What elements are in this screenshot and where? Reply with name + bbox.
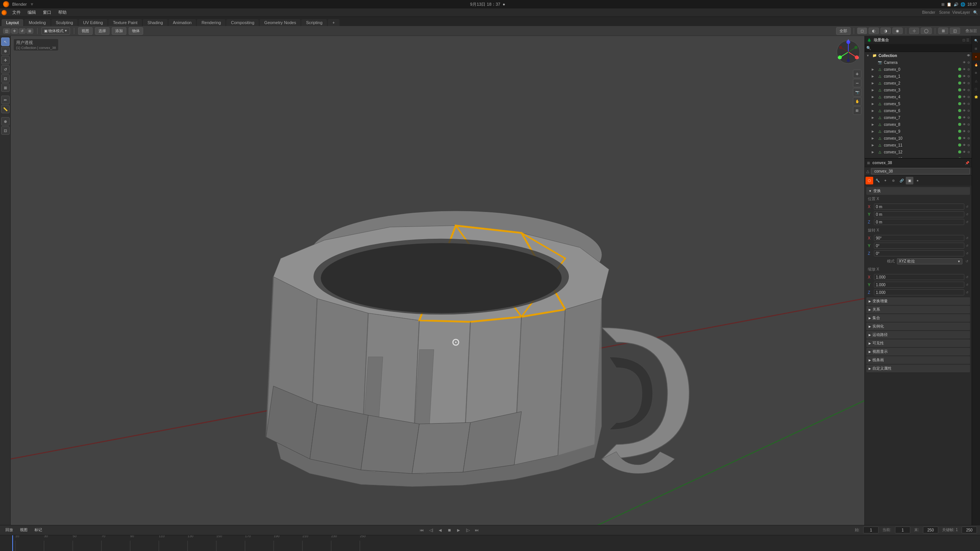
location-x-input[interactable]	[874, 204, 964, 210]
timeline-ruler[interactable]: 10 30 50 70 90 110 130 150 170 190 210 2…	[0, 535, 980, 551]
rotation-mode-dropdown[interactable]: XYZ 欧拉 ▼	[897, 258, 962, 264]
collection-prop-header[interactable]: ▶ 集合	[866, 314, 970, 322]
outliner-item-camera[interactable]: 📷 Camera 👁 ⊙	[865, 59, 972, 66]
stop-btn[interactable]: ⏹	[446, 527, 453, 533]
wire-shading-btn[interactable]: ◻	[857, 28, 867, 34]
play-btn[interactable]: ▶	[455, 527, 462, 533]
timeline-playback-btn[interactable]: 回放	[3, 527, 15, 533]
mode-dropdown[interactable]: ▣ 物体模式 ▼	[41, 27, 70, 35]
hand-btn[interactable]: ✋	[853, 97, 861, 106]
scale-y-input[interactable]	[874, 282, 964, 288]
timeline-markers-btn[interactable]: 标记	[32, 527, 44, 533]
cursor-btn[interactable]: ⊕	[1, 47, 10, 55]
tab-animation[interactable]: Animation	[168, 19, 196, 26]
rsb-icon-3[interactable]: ●	[972, 53, 980, 60]
view-all-btn[interactable]: 全部	[836, 27, 851, 35]
outliner-item-convex_9[interactable]: ▶ △ convex_9 👁⊙	[865, 128, 972, 135]
outliner-item-convex_1[interactable]: ▶ △ convex_1 👁⊙	[865, 73, 972, 80]
zoom-out-btn[interactable]: −	[853, 79, 861, 87]
camera-eye-icon[interactable]: 👁	[963, 61, 966, 64]
prop-icon-physics[interactable]: ⊕	[890, 177, 897, 184]
outliner-options-icon[interactable]: ☰	[966, 38, 969, 42]
keyframe-end-input[interactable]	[962, 527, 977, 533]
material-shading-btn[interactable]: ◑	[880, 28, 891, 34]
view-menu-btn[interactable]: 视图	[78, 27, 93, 35]
scale-tool-btn[interactable]: ⊡	[1, 74, 10, 83]
scale-y-reset[interactable]: ↺	[966, 283, 969, 287]
viewport[interactable]: 用户透视 (1) Collection | convex_38	[11, 36, 864, 525]
prop-icon-object-data[interactable]: ⬡	[866, 177, 873, 184]
camera-render-icon[interactable]: ⊙	[967, 61, 970, 64]
snap-btn[interactable]: ⊹	[909, 28, 919, 34]
rot-y-reset[interactable]: ↺	[966, 244, 969, 248]
add-object-btn[interactable]: ⊕	[1, 117, 10, 126]
rsb-icon-1[interactable]: 🔍	[972, 37, 980, 44]
outliner-item-convex_0[interactable]: ▶ △ convex_0 👁 ⊙	[865, 66, 972, 73]
prev-keyframe-btn[interactable]: ◁|	[428, 527, 434, 533]
tab-uv-editing[interactable]: UV Editing	[78, 19, 108, 26]
measure-btn[interactable]: 📏	[1, 105, 10, 113]
loc-y-reset[interactable]: ↺	[966, 213, 969, 216]
rotate-tool-btn[interactable]: ↺	[1, 65, 10, 73]
viewport-display-header[interactable]: ▶ 视图显示	[866, 348, 970, 355]
rsb-icon-7[interactable]: ◻	[972, 85, 980, 93]
tab-rendering[interactable]: Rendering	[197, 19, 225, 26]
collection-visibility-icon[interactable]: 👁	[967, 54, 970, 57]
rotation-z-input[interactable]	[874, 250, 964, 256]
convex0-render[interactable]: ⊙	[967, 68, 970, 71]
rsb-icon-2[interactable]: ⊞	[972, 45, 980, 52]
rendered-shading-btn[interactable]: ◉	[892, 28, 903, 34]
frame-all-btn[interactable]: ⊞	[853, 106, 861, 115]
location-z-input[interactable]	[874, 219, 964, 225]
visibility-header[interactable]: ▶ 可见性	[866, 339, 970, 347]
next-keyframe-btn[interactable]: |▷	[464, 527, 471, 533]
prop-icon-particles[interactable]: ✦	[882, 177, 889, 184]
camera-view-btn[interactable]: 📷	[853, 88, 861, 96]
prop-icon-modifier[interactable]: 🔧	[874, 177, 881, 184]
prop-icon-constraints[interactable]: 🔗	[898, 177, 905, 184]
outliner-item-collection[interactable]: ▼ 📁 Collection 👁	[865, 52, 972, 59]
outliner-item-convex_11[interactable]: ▶ △ convex_11 👁⊙	[865, 142, 972, 148]
mode-reset-icon[interactable]: ↺	[965, 259, 969, 263]
loc-z-reset[interactable]: ↺	[966, 220, 969, 224]
overlay-label[interactable]: 叠加层	[965, 28, 977, 34]
outliner-item-convex_7[interactable]: ▶ △ convex_7 👁⊙	[865, 114, 972, 121]
scale-x-reset[interactable]: ↺	[966, 276, 969, 279]
play-reverse-btn[interactable]: ◀	[437, 527, 444, 533]
scale-z-reset[interactable]: ↺	[966, 291, 969, 294]
rsb-icon-6[interactable]: △	[972, 77, 980, 85]
outliner-item-convex_6[interactable]: ▶ △ convex_6 👁⊙	[865, 107, 972, 114]
rotation-x-input[interactable]	[874, 235, 964, 241]
outliner-item-convex_13[interactable]: ▶ △ convex_13 👁⊙	[865, 155, 972, 158]
tab-geometry-nodes[interactable]: Geometry Nodes	[260, 19, 301, 26]
rot-x-reset[interactable]: ↺	[966, 236, 969, 240]
menu-edit[interactable]: 编辑	[24, 9, 39, 16]
tab-layout[interactable]: Layout	[2, 19, 23, 26]
start-frame-input[interactable]	[863, 527, 879, 533]
prop-icon-material[interactable]: ●	[914, 177, 921, 184]
rotation-y-input[interactable]	[874, 243, 964, 249]
tab-modeling[interactable]: Modeling	[24, 19, 51, 26]
object-name-field[interactable]: convex_38	[871, 168, 970, 174]
select-menu-btn[interactable]: 选择	[95, 27, 109, 35]
end-frame-input[interactable]	[923, 527, 938, 533]
custom-props-header[interactable]: ▶ 自定义属性	[866, 365, 970, 372]
tab-scripting[interactable]: Scripting	[301, 19, 327, 26]
menu-logo[interactable]	[2, 10, 7, 15]
rotate-btn[interactable]: ↺	[19, 28, 26, 34]
rsb-icon-4[interactable]: 🔥	[972, 61, 980, 68]
prop-icon-object-props[interactable]: ▣	[906, 177, 913, 184]
tab-sculpting[interactable]: Sculpting	[51, 19, 78, 26]
outliner-item-convex_10[interactable]: ▶ △ convex_10 👁⊙	[865, 135, 972, 142]
timeline-view-btn[interactable]: 视图	[18, 527, 30, 533]
tab-shading[interactable]: Shading	[143, 19, 167, 26]
add-menu-btn[interactable]: 添加	[112, 27, 126, 35]
rot-z-reset[interactable]: ↺	[966, 252, 969, 255]
current-frame-input[interactable]	[895, 527, 910, 533]
xray-btn[interactable]: ◫	[950, 28, 960, 34]
outliner-item-convex_8[interactable]: ▶ △ convex_8 👁⊙	[865, 121, 972, 128]
outliner-search[interactable]	[865, 44, 972, 52]
tab-add[interactable]: +	[328, 19, 339, 26]
scale-z-input[interactable]	[874, 289, 964, 295]
outliner-item-convex_3[interactable]: ▶ △ convex_3 👁⊙	[865, 86, 972, 93]
